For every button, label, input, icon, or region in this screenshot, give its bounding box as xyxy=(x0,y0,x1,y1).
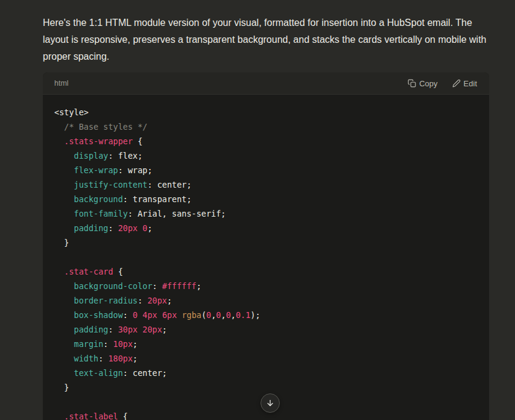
code-line: .stat-card { xyxy=(54,264,477,279)
code-line: box-shadow: 0 4px 6px rgba(0,0,0,0.1); xyxy=(54,308,477,322)
code-line: margin: 10px; xyxy=(54,337,477,351)
edit-pencil-icon xyxy=(452,79,461,88)
code-line: width: 180px; xyxy=(54,351,477,366)
code-content: <style> /* Base styles */ .stats-wrapper… xyxy=(43,95,489,420)
code-line: display: flex; xyxy=(54,148,477,163)
edit-button[interactable]: Edit xyxy=(449,77,481,91)
message-text: Here's the 1:1 HTML module version of yo… xyxy=(43,14,487,65)
copy-button-label: Copy xyxy=(419,79,437,88)
code-line: /* Base styles */ xyxy=(54,119,477,134)
scroll-to-bottom-button[interactable] xyxy=(261,393,280,413)
code-line: justify-content: center; xyxy=(54,177,477,192)
code-line: text-align: center; xyxy=(54,366,477,380)
code-line: } xyxy=(54,380,477,395)
code-line: flex-wrap: wrap; xyxy=(54,163,477,177)
code-line: padding: 30px 20px; xyxy=(54,322,477,337)
arrow-down-icon xyxy=(265,398,275,408)
code-block: html Copy xyxy=(43,72,489,420)
code-line: font-family: Arial, sans-serif; xyxy=(54,206,477,221)
code-line: } xyxy=(54,235,477,250)
code-line: .stats-wrapper { xyxy=(54,134,477,148)
code-block-header: html Copy xyxy=(43,72,489,95)
copy-icon xyxy=(408,79,416,88)
copy-button[interactable]: Copy xyxy=(404,77,441,91)
code-line: background-color: #ffffff; xyxy=(54,279,477,293)
assistant-message: Here's the 1:1 HTML module version of yo… xyxy=(43,0,489,420)
edit-button-label: Edit xyxy=(464,79,477,88)
code-line: padding: 20px 0; xyxy=(54,221,477,235)
code-line: <style> xyxy=(54,105,477,119)
code-line: background: transparent; xyxy=(54,192,477,206)
code-line: border-radius: 20px; xyxy=(54,293,477,308)
code-block-actions: Copy Edit xyxy=(404,77,481,91)
code-language-label: html xyxy=(54,79,69,88)
code-line xyxy=(54,250,477,264)
